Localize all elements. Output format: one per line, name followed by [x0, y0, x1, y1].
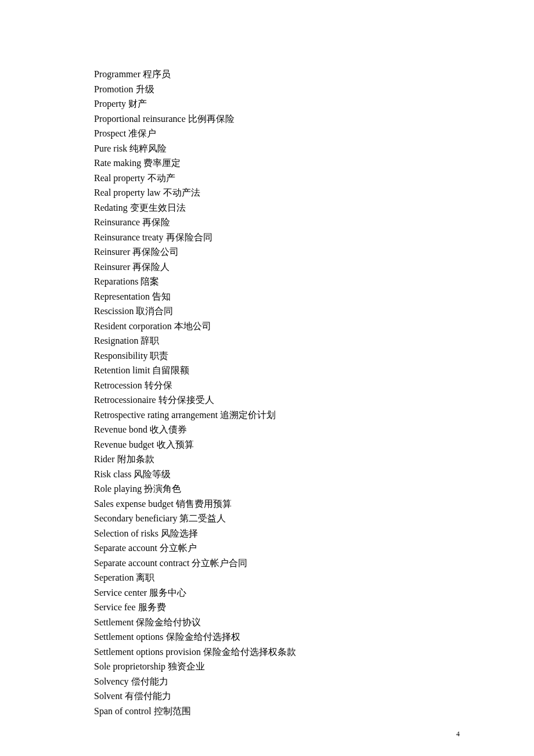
glossary-entry: Reinsurance treaty 再保险合同: [94, 230, 454, 245]
glossary-entry: Revenue bond 收入债券: [94, 422, 454, 437]
glossary-entry: Representation 告知: [94, 289, 454, 304]
glossary-entry: Settlement 保险金给付协议: [94, 615, 454, 630]
glossary-entry: Seperation 离职: [94, 570, 454, 585]
glossary-entry: Span of control 控制范围: [94, 704, 454, 719]
glossary-entry: Reinsurance 再保险: [94, 215, 454, 230]
glossary-entry: Retention limit 自留限额: [94, 363, 454, 378]
glossary-entry: Reinsurer 再保险人: [94, 260, 454, 275]
glossary-entry: Rate making 费率厘定: [94, 156, 454, 171]
glossary-entry: Role playing 扮演角色: [94, 481, 454, 496]
glossary-entry: Proportional reinsurance 比例再保险: [94, 111, 454, 127]
glossary-entry: Secondary beneficiary 第二受益人: [94, 511, 454, 526]
glossary-entry: Real property law 不动产法: [94, 185, 454, 200]
glossary-entry: Redating 变更生效日法: [94, 200, 454, 215]
glossary-entry: Service center 服务中心: [94, 585, 454, 600]
glossary-entry: Risk class 风险等级: [94, 467, 454, 482]
glossary-entry: Rider 附加条款: [94, 452, 454, 467]
glossary-entry: Retrocession 转分保: [94, 378, 454, 393]
glossary-entry: Revenue budget 收入预算: [94, 437, 454, 452]
glossary-entry: Pure risk 纯粹风险: [94, 141, 454, 156]
glossary-entry: Retrocessionaire 转分保接受人: [94, 393, 454, 408]
glossary-entry: Promotion 升级: [94, 82, 454, 97]
glossary-entry: Rescission 取消合同: [94, 304, 454, 319]
glossary-entry: Separate account 分立帐户: [94, 541, 454, 556]
glossary-entry: Settlement options provision 保险金给付选择权条款: [94, 645, 454, 660]
glossary-entry: Resident corporation 本地公司: [94, 319, 454, 334]
glossary-entry: Solvent 有偿付能力: [94, 689, 454, 704]
glossary-entry: Reinsurer 再保险公司: [94, 244, 454, 260]
glossary-entry: Real property 不动产: [94, 171, 454, 186]
glossary-entry: Property 财产: [94, 96, 454, 111]
glossary-list: Programmer 程序员Promotion 升级Property 财产Pro…: [94, 67, 454, 718]
glossary-entry: Prospect 准保户: [94, 126, 454, 141]
glossary-entry: Reparations 陪案: [94, 274, 454, 289]
glossary-entry: Solvency 偿付能力: [94, 674, 454, 689]
glossary-entry: Retrospective rating arrangement 追溯定价计划: [94, 408, 454, 423]
glossary-entry: Settlement options 保险金给付选择权: [94, 629, 454, 645]
glossary-entry: Sole proprietorship 独资企业: [94, 659, 454, 674]
glossary-entry: Responsibility 职责: [94, 348, 454, 363]
glossary-entry: Programmer 程序员: [94, 67, 454, 82]
glossary-entry: Separate account contract 分立帐户合同: [94, 556, 454, 571]
glossary-entry: Selection of risks 风险选择: [94, 526, 454, 541]
glossary-entry: Sales expense budget 销售费用预算: [94, 496, 454, 512]
page-number: 4: [456, 730, 460, 739]
glossary-entry: Resignation 辞职: [94, 333, 454, 348]
glossary-entry: Service fee 服务费: [94, 600, 454, 615]
